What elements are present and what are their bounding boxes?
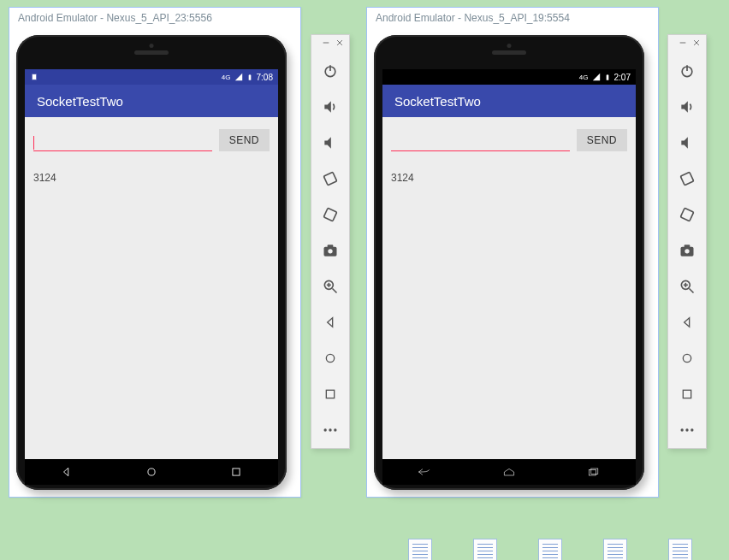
send-button[interactable]: SEND [577, 129, 627, 151]
svg-rect-30 [680, 208, 694, 221]
svg-rect-2 [233, 469, 240, 475]
nav-back-icon[interactable] [418, 465, 431, 479]
svg-point-13 [328, 249, 332, 253]
volume-up-button[interactable] [311, 89, 349, 125]
debug-icon [30, 73, 39, 81]
svg-point-1 [148, 469, 155, 475]
back-button[interactable] [311, 304, 349, 340]
svg-rect-20 [326, 390, 334, 398]
emulator-window-2: Android Emulator - Nexus_5_API_19:5554 4… [366, 7, 659, 498]
result-text: 3124 [391, 172, 627, 184]
clock: 7:08 [257, 73, 273, 82]
nav-home-icon[interactable] [145, 465, 158, 479]
volume-down-button[interactable] [311, 125, 349, 161]
nav-home-icon[interactable] [502, 465, 516, 479]
app-content: SEND 3124 [382, 117, 636, 459]
nav-recent-icon[interactable] [587, 465, 601, 479]
desktop-file-icon[interactable] [408, 539, 436, 560]
desktop-file-icon[interactable] [538, 539, 566, 560]
svg-rect-0 [33, 74, 36, 80]
signal-icon [592, 73, 601, 81]
desktop-file-icon[interactable] [603, 539, 631, 560]
svg-rect-11 [323, 208, 337, 221]
text-cursor [33, 136, 34, 150]
more-button[interactable] [668, 412, 706, 448]
desktop-file-icon[interactable] [668, 539, 696, 560]
status-bar: 4G 2:07 [382, 69, 636, 85]
rotate-left-button[interactable] [668, 161, 706, 197]
network-label: 4G [222, 74, 231, 81]
svg-rect-4 [590, 469, 597, 474]
svg-rect-3 [589, 470, 596, 475]
svg-rect-10 [323, 172, 337, 186]
emulator-toolbar-1 [311, 34, 350, 449]
svg-point-21 [324, 428, 327, 431]
phone-frame: 4G 2:07 SocketTestTwo SEND 3124 [374, 35, 644, 490]
phone-frame: 4G 7:08 SocketTestTwo SEND [16, 35, 287, 490]
screenshot-button[interactable] [668, 233, 706, 268]
status-bar: 4G 7:08 [25, 69, 278, 85]
svg-rect-14 [328, 245, 334, 247]
home-button[interactable] [668, 340, 706, 376]
battery-icon [246, 73, 253, 82]
close-button[interactable] [334, 38, 346, 48]
rotate-right-button[interactable] [668, 197, 706, 233]
message-input[interactable] [33, 130, 212, 151]
volume-down-button[interactable] [668, 125, 706, 161]
signal-icon [234, 73, 243, 81]
volume-up-button[interactable] [668, 89, 706, 125]
system-nav-bar [382, 459, 636, 485]
more-button[interactable] [311, 412, 349, 448]
battery-icon [604, 73, 611, 82]
svg-rect-29 [680, 172, 694, 186]
home-button[interactable] [311, 340, 349, 376]
svg-point-41 [685, 428, 688, 431]
nav-back-icon[interactable] [60, 465, 74, 479]
svg-point-42 [690, 428, 693, 431]
zoom-button[interactable] [668, 268, 706, 304]
screenshot-button[interactable] [311, 233, 349, 268]
svg-line-16 [333, 289, 337, 293]
window-title: Android Emulator - Nexus_5_API_23:5556 [9, 8, 300, 28]
minimize-button[interactable] [677, 38, 689, 48]
svg-rect-33 [685, 245, 690, 247]
overview-button[interactable] [311, 376, 349, 412]
app-bar: SocketTestTwo [25, 85, 278, 117]
back-button[interactable] [668, 304, 706, 340]
window-title: Android Emulator - Nexus_5_API_19:5554 [367, 8, 658, 28]
network-label: 4G [579, 74, 589, 81]
rotate-right-button[interactable] [311, 197, 349, 233]
svg-point-40 [681, 428, 684, 431]
result-text: 3124 [33, 172, 270, 184]
svg-point-23 [334, 428, 336, 431]
app-content: SEND 3124 [25, 117, 278, 459]
svg-rect-39 [683, 390, 690, 398]
message-input[interactable] [391, 130, 570, 151]
app-title: SocketTestTwo [37, 94, 123, 109]
system-nav-bar [25, 459, 278, 485]
svg-point-19 [326, 354, 334, 362]
svg-point-32 [685, 249, 689, 253]
app-bar: SocketTestTwo [382, 85, 636, 117]
rotate-left-button[interactable] [311, 161, 349, 197]
power-button[interactable] [311, 53, 349, 89]
svg-point-38 [683, 354, 690, 362]
send-button[interactable]: SEND [219, 129, 270, 151]
emulator-window-1: Android Emulator - Nexus_5_API_23:5556 4… [9, 7, 301, 498]
emulator-toolbar-2 [667, 34, 707, 449]
zoom-button[interactable] [311, 268, 349, 304]
app-title: SocketTestTwo [394, 94, 481, 109]
nav-recent-icon[interactable] [229, 465, 243, 479]
overview-button[interactable] [668, 376, 706, 412]
clock: 2:07 [614, 73, 631, 82]
svg-point-22 [329, 428, 331, 431]
svg-line-35 [690, 289, 694, 293]
close-button[interactable] [690, 38, 702, 48]
minimize-button[interactable] [320, 38, 332, 48]
power-button[interactable] [668, 53, 706, 89]
desktop-file-icon[interactable] [473, 539, 501, 560]
